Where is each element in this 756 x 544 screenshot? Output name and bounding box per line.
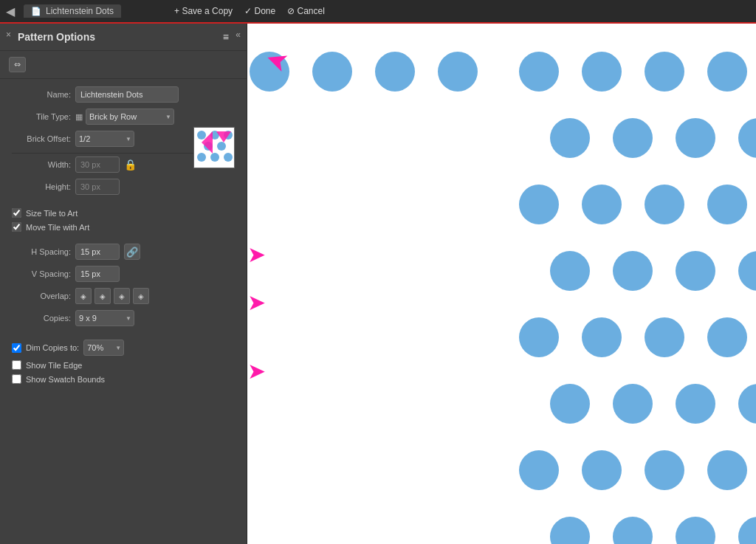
brick-offset-select[interactable]: 1/2	[75, 131, 134, 147]
topbar-actions: + Save a Copy ✓ Done ⊘ Cancel	[174, 6, 325, 16]
overlap-btn-2[interactable]: ◈	[94, 288, 111, 304]
svg-point-8	[224, 153, 233, 162]
overlap-btn-1[interactable]: ◈	[75, 288, 92, 304]
overlap-buttons: ◈ ◈ ◈ ◈	[75, 288, 149, 304]
back-button[interactable]: ◀	[6, 4, 15, 18]
svg-point-40	[613, 251, 653, 291]
copies-label: Copies:	[12, 314, 71, 323]
dim-copies-select-wrapper: 70%	[83, 340, 124, 356]
dim-copies-row: Dim Copies to: 70%	[0, 340, 247, 356]
svg-point-17	[582, 52, 622, 92]
svg-point-34	[707, 185, 747, 224]
show-swatch-bounds-checkbox[interactable]	[12, 374, 21, 384]
svg-point-41	[676, 251, 715, 291]
link-spacing-icon[interactable]: 🔗	[124, 244, 140, 260]
v-spacing-label: V Spacing:	[12, 269, 71, 278]
svg-point-14	[375, 52, 415, 92]
overlap-btn-4[interactable]: ◈	[133, 288, 149, 304]
thumbnail-inner	[194, 128, 234, 168]
svg-point-5	[217, 142, 226, 151]
tile-type-icon: ▦	[75, 112, 83, 122]
topbar: ◀ 📄 Lichtenstein Dots + Save a Copy ✓ Do…	[0, 0, 756, 24]
svg-point-26	[676, 118, 715, 158]
main-layout: × « Pattern Options ≡ ⇔ Name: Tile Type:…	[0, 24, 756, 544]
copies-select-wrapper: 9 x 9	[75, 310, 134, 326]
panel-collapse-button[interactable]: «	[236, 30, 241, 40]
svg-point-55	[613, 384, 653, 424]
svg-point-15	[438, 52, 478, 92]
copies-row: Copies: 9 x 9	[12, 310, 235, 326]
v-spacing-row: V Spacing:	[12, 266, 235, 282]
h-spacing-label: H Spacing:	[12, 247, 71, 256]
size-tile-label: Size Tile to Art	[26, 209, 78, 218]
svg-point-64	[707, 450, 747, 490]
show-swatch-bounds-label: Show Swatch Bounds	[26, 375, 105, 384]
svg-point-24	[550, 118, 590, 158]
svg-point-31	[519, 185, 559, 224]
lock-icon[interactable]: 🔒	[124, 159, 137, 171]
h-spacing-row: H Spacing: 🔗	[12, 244, 235, 260]
height-label: Height:	[12, 182, 71, 191]
svg-point-19	[707, 52, 747, 92]
dots-pattern-svg	[247, 24, 756, 544]
panel-close-button[interactable]: ×	[6, 30, 11, 40]
svg-point-7	[210, 153, 219, 162]
dim-copies-checkbox[interactable]	[12, 343, 21, 353]
name-input[interactable]	[75, 86, 179, 103]
svg-point-48	[645, 317, 684, 357]
file-name: Lichtenstein Dots	[46, 6, 114, 16]
copies-select[interactable]: 9 x 9	[75, 310, 134, 326]
thumbnail-preview	[193, 127, 235, 168]
svg-point-56	[676, 384, 715, 424]
width-input[interactable]	[75, 156, 120, 173]
show-tile-edge-row: Show Tile Edge	[0, 360, 247, 370]
dim-copies-select[interactable]: 70%	[83, 340, 124, 356]
panel-menu-icon[interactable]: ≡	[223, 31, 229, 43]
pattern-canvas: ➤ ➤ ➤ ➤	[247, 24, 756, 544]
height-input[interactable]	[75, 179, 120, 195]
brick-offset-select-wrapper: 1/2	[75, 131, 134, 147]
pattern-options-panel: × « Pattern Options ≡ ⇔ Name: Tile Type:…	[0, 24, 247, 544]
save-copy-button[interactable]: + Save a Copy	[174, 6, 233, 16]
svg-point-12	[250, 52, 289, 92]
panel-header: Pattern Options ≡	[0, 24, 247, 51]
name-label: Name:	[12, 90, 71, 99]
show-swatch-bounds-row: Show Swatch Bounds	[0, 374, 247, 384]
cancel-button[interactable]: ⊘ Cancel	[287, 6, 325, 16]
h-spacing-input[interactable]	[75, 244, 120, 260]
move-tile-label: Move Tile with Art	[26, 223, 89, 232]
doc-icon: 📄	[31, 7, 41, 16]
overlap-row: Overlap: ◈ ◈ ◈ ◈	[12, 288, 235, 304]
height-row: Height:	[12, 179, 235, 195]
svg-point-46	[519, 317, 559, 357]
done-button[interactable]: ✓ Done	[244, 6, 275, 16]
width-label: Width:	[12, 160, 71, 169]
spacing-section: H Spacing: 🔗 V Spacing: Overlap: ◈ ◈ ◈ ◈	[0, 236, 247, 340]
v-spacing-input[interactable]	[75, 266, 120, 282]
svg-point-47	[582, 317, 622, 357]
overlap-btn-3[interactable]: ◈	[114, 288, 130, 304]
brick-offset-label: Brick Offset:	[12, 134, 71, 143]
tile-type-wrapper: ▦ Brick by Row	[75, 109, 174, 125]
dim-copies-label: Dim Copies to:	[26, 343, 79, 352]
svg-point-39	[550, 251, 590, 291]
show-tile-edge-checkbox[interactable]	[12, 360, 21, 370]
show-tile-edge-label: Show Tile Edge	[26, 361, 82, 370]
transform-button[interactable]: ⇔	[9, 57, 26, 72]
svg-point-6	[197, 153, 206, 162]
tile-type-label: Tile Type:	[12, 112, 71, 121]
svg-point-54	[550, 384, 590, 424]
file-tab[interactable]: 📄 Lichtenstein Dots	[24, 4, 121, 18]
move-tile-checkbox[interactable]	[12, 222, 21, 232]
svg-point-13	[312, 52, 352, 92]
svg-point-18	[645, 52, 684, 92]
tile-type-row: Tile Type: ▦ Brick by Row	[12, 109, 235, 125]
svg-point-61	[519, 450, 559, 490]
move-tile-row: Move Tile with Art	[0, 222, 247, 232]
svg-point-32	[582, 185, 622, 224]
svg-point-49	[707, 317, 747, 357]
tile-type-select-wrapper: Brick by Row	[86, 109, 174, 125]
svg-point-16	[519, 52, 559, 92]
tile-type-select[interactable]: Brick by Row	[86, 109, 174, 125]
size-tile-checkbox[interactable]	[12, 208, 21, 218]
